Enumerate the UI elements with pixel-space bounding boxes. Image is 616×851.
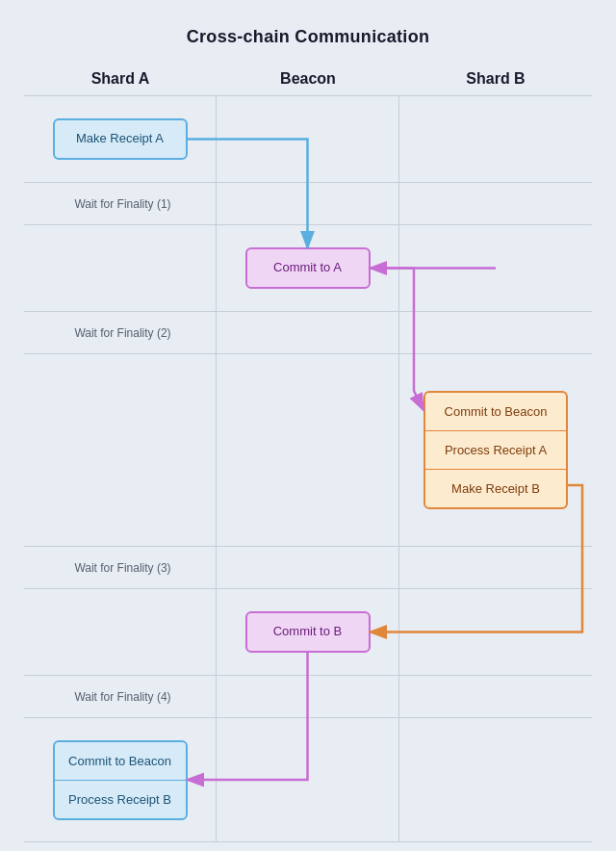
box-commit-to-a: Commit to A: [245, 247, 371, 288]
cell-beacon-row1: [217, 96, 399, 182]
cell-commit-to-a: Commit to A: [217, 225, 399, 311]
cell-beacon-wait3: [217, 547, 399, 588]
row-5: Commit to Beacon Process Receipt B: [24, 717, 592, 842]
cell-sharda-row3: [24, 354, 217, 546]
cell-shardb-row5: [399, 718, 592, 841]
cell-shardb-row2: [399, 225, 592, 311]
box-blue-group: Commit to Beacon Process Receipt B: [53, 740, 188, 820]
cell-beacon-wait2: [217, 312, 399, 353]
box-commit-to-beacon-b: Commit to Beacon: [425, 393, 566, 431]
row-2: Commit to A: [24, 224, 592, 311]
cell-shardb-wait4: [399, 676, 592, 717]
box-make-receipt-a: Make Receipt A: [53, 118, 188, 159]
row-4: Commit to B: [24, 588, 592, 675]
box-commit-to-b: Commit to B: [245, 611, 371, 652]
cell-sharda-row4: [24, 589, 217, 675]
cell-shardb-row4: [399, 589, 592, 675]
box-process-receipt-b: Process Receipt B: [55, 781, 186, 818]
box-make-receipt-b: Make Receipt B: [425, 470, 566, 507]
cell-wait3: Wait for Finality (3): [24, 547, 217, 588]
cell-shardb-wait3: [399, 547, 592, 588]
wait-row-1: Wait for Finality (1): [24, 182, 592, 224]
col-header-shard-b: Shard B: [399, 70, 592, 88]
cell-sharda-group: Commit to Beacon Process Receipt B: [24, 718, 217, 841]
cell-shardb-row1: [399, 96, 592, 182]
box-commit-to-beacon-a: Commit to Beacon: [55, 742, 186, 781]
box-orange-group: Commit to Beacon Process Receipt A Make …: [424, 391, 568, 509]
row-3: Commit to Beacon Process Receipt A Make …: [24, 353, 592, 546]
cell-wait2: Wait for Finality (2): [24, 312, 217, 353]
wait-row-3: Wait for Finality (3): [24, 546, 592, 588]
cell-make-receipt-a: Make Receipt A: [24, 96, 217, 182]
cell-sharda-row2: [24, 225, 217, 311]
wait-label-1: Wait for Finality (1): [68, 197, 170, 211]
diagram: Shard A Beacon Shard B Make Receipt A Wa…: [24, 70, 592, 842]
col-header-beacon: Beacon: [217, 70, 399, 88]
cell-wait4: Wait for Finality (4): [24, 676, 217, 717]
wait-label-4: Wait for Finality (4): [68, 690, 170, 704]
cell-beacon-row5: [217, 718, 399, 841]
wait-label-2: Wait for Finality (2): [68, 326, 170, 340]
box-process-receipt-a: Process Receipt A: [425, 431, 566, 470]
row-1: Make Receipt A: [24, 95, 592, 182]
cell-shardb-group: Commit to Beacon Process Receipt A Make …: [399, 354, 592, 546]
cell-wait1: Wait for Finality (1): [24, 183, 217, 224]
cell-shardb-wait2: [399, 312, 592, 353]
column-headers: Shard A Beacon Shard B: [24, 70, 592, 95]
cell-beacon-row3: [217, 354, 399, 546]
cell-beacon-wait4: [217, 676, 399, 717]
cell-commit-to-b: Commit to B: [217, 589, 399, 675]
wait-row-4: Wait for Finality (4): [24, 675, 592, 717]
wait-label-3: Wait for Finality (3): [68, 561, 170, 575]
page-title: Cross-chain Communication: [187, 27, 430, 47]
cell-beacon-wait1: [217, 183, 399, 224]
cell-shardb-wait1: [399, 183, 592, 224]
wait-row-2: Wait for Finality (2): [24, 311, 592, 353]
col-header-shard-a: Shard A: [24, 70, 217, 88]
